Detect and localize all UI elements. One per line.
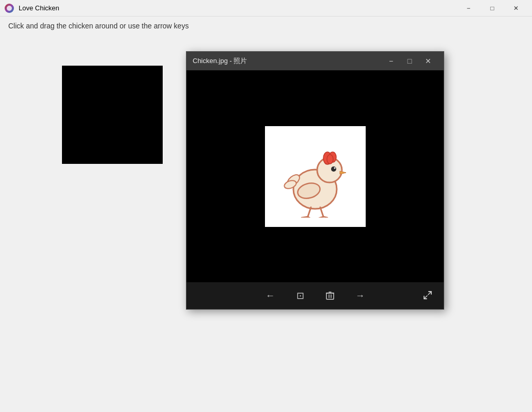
chicken-drag-area[interactable]: [62, 66, 163, 164]
photo-toolbar: ← ⊡ →: [186, 282, 444, 309]
photo-minimize-button[interactable]: −: [382, 53, 400, 69]
close-button[interactable]: ✕: [504, 0, 528, 17]
title-bar-controls: − □ ✕: [457, 0, 528, 17]
svg-point-8: [334, 167, 336, 169]
chicken-image-container: [265, 126, 366, 227]
main-content: Click and drag the chicken around or use…: [0, 17, 532, 412]
app-title: Love Chicken: [19, 4, 59, 12]
svg-point-6: [327, 155, 333, 164]
chicken-image: [274, 135, 356, 218]
svg-line-27: [424, 296, 427, 299]
maximize-button[interactable]: □: [480, 0, 504, 17]
next-button[interactable]: →: [350, 286, 370, 306]
svg-point-7: [331, 166, 336, 172]
photo-title-bar: Chicken.jpg - 照片 − □ ✕: [186, 52, 444, 70]
photo-title-text: Chicken.jpg - 照片: [193, 56, 247, 66]
photo-body: [186, 70, 444, 282]
delete-icon: [325, 291, 335, 300]
svg-line-16: [308, 217, 311, 218]
expand-icon: [423, 291, 432, 300]
app-icon: [4, 3, 14, 13]
photo-maximize-button[interactable]: □: [400, 53, 419, 69]
svg-point-1: [7, 6, 12, 11]
svg-rect-21: [326, 293, 334, 299]
svg-line-26: [428, 292, 431, 295]
delete-button[interactable]: [320, 286, 340, 306]
title-bar-left: Love Chicken: [4, 3, 59, 13]
slideshow-button[interactable]: ⊡: [290, 286, 310, 306]
minimize-button[interactable]: −: [457, 0, 480, 17]
photo-title-controls: − □ ✕: [382, 53, 437, 69]
app-title-bar: Love Chicken − □ ✕: [0, 0, 532, 17]
photo-viewer-window: Chicken.jpg - 照片 − □ ✕: [186, 51, 444, 310]
svg-line-20: [323, 217, 327, 218]
svg-marker-9: [340, 171, 346, 174]
prev-button[interactable]: ←: [260, 286, 280, 306]
instruction-text: Click and drag the chicken around or use…: [8, 22, 524, 30]
expand-button[interactable]: [418, 285, 437, 305]
photo-close-button[interactable]: ✕: [419, 53, 437, 69]
